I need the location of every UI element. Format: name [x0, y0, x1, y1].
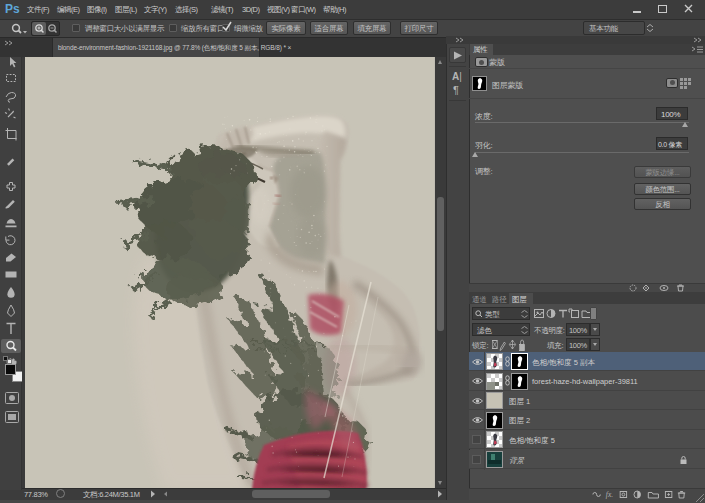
svg-text:fx.: fx. [606, 490, 613, 499]
